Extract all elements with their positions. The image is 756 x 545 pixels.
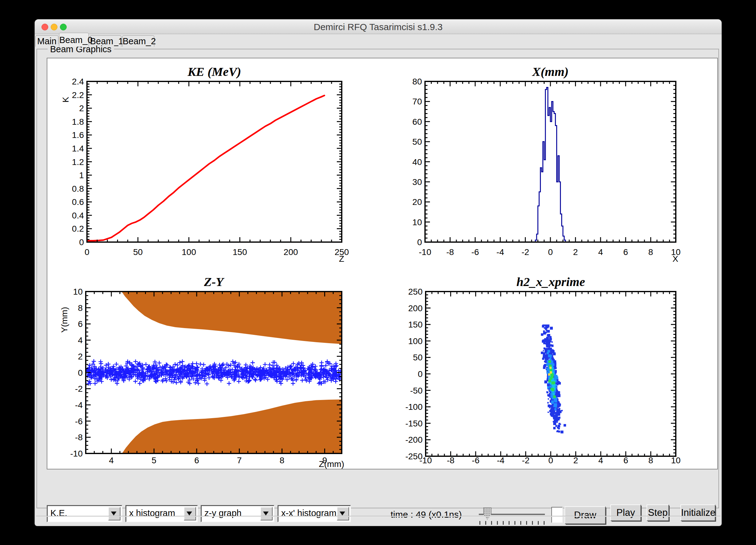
pad1-plot-select-value: K.E. — [50, 508, 67, 518]
plot-h2-x-xprime: -10-8-6-4-20246810-250-200-150-100-50050… — [382, 264, 717, 469]
plot-ke-mev: 05010015020025000.20.40.60.811.21.41.61.… — [47, 58, 382, 264]
svg-text:-8: -8 — [75, 432, 83, 442]
svg-text:0: 0 — [79, 238, 84, 247]
svg-text:0: 0 — [548, 247, 553, 257]
svg-text:4: 4 — [109, 456, 114, 465]
play-button[interactable]: Play — [610, 504, 641, 521]
window-bottom-divider — [36, 516, 720, 517]
svg-text:6: 6 — [623, 456, 628, 465]
root-canvas: 05010015020025000.20.40.60.811.21.41.61.… — [47, 58, 718, 469]
pad2-plot-select[interactable]: x histogram — [125, 505, 198, 522]
svg-text:-10: -10 — [70, 449, 83, 458]
svg-text:50: 50 — [413, 353, 423, 362]
pad2-plot-select-value: x histogram — [129, 508, 175, 518]
svg-text:8: 8 — [648, 456, 653, 465]
svg-text:-2: -2 — [522, 247, 529, 257]
svg-text:7: 7 — [237, 456, 242, 465]
svg-text:10: 10 — [671, 456, 680, 465]
svg-text:100: 100 — [408, 336, 423, 346]
plot-z-y: 456789-10-8-6-4-20246810Z-YZ(mm)Y(mm) — [47, 264, 382, 469]
svg-text:-2: -2 — [75, 384, 83, 393]
svg-text:-6: -6 — [75, 417, 83, 426]
svg-text:-50: -50 — [410, 386, 423, 395]
svg-text:-200: -200 — [405, 435, 423, 444]
svg-text:0: 0 — [417, 238, 422, 247]
svg-text:2: 2 — [573, 247, 578, 257]
time-label: time : 49 (x0.1ns) — [391, 509, 477, 520]
svg-text:2: 2 — [78, 352, 83, 361]
pad1-plot-select[interactable]: K.E. — [47, 505, 122, 522]
tab-beam-0[interactable]: Beam_0 — [59, 33, 89, 47]
svg-text:h2_x_xprime: h2_x_xprime — [516, 274, 585, 289]
window-title: Demirci RFQ Tasarimcisi s1.9.3 — [35, 22, 722, 32]
plot-x-histogram: -10-8-6-4-2024681001020304050607080X(mm)… — [382, 58, 717, 264]
svg-text:Y(mm): Y(mm) — [60, 307, 69, 333]
svg-text:200: 200 — [408, 303, 423, 313]
svg-text:0.4: 0.4 — [72, 211, 84, 220]
svg-text:-100: -100 — [405, 402, 423, 412]
chevron-down-icon[interactable] — [184, 507, 196, 520]
svg-text:-150: -150 — [405, 419, 423, 428]
svg-text:6: 6 — [194, 456, 199, 465]
time-slider-thumb[interactable] — [483, 507, 491, 520]
time-slider[interactable] — [479, 505, 545, 525]
time-slider-ticks — [479, 521, 545, 525]
svg-text:10: 10 — [412, 218, 422, 227]
svg-text:100: 100 — [182, 247, 196, 257]
draw-ogl-checkbox[interactable] — [551, 507, 563, 523]
svg-text:X: X — [672, 254, 678, 264]
svg-text:-250: -250 — [405, 452, 423, 461]
titlebar: Demirci RFQ Tasarimcisi s1.9.3 — [35, 19, 722, 34]
svg-text:KE (MeV): KE (MeV) — [187, 65, 241, 79]
svg-text:0: 0 — [418, 369, 423, 379]
svg-text:-4: -4 — [497, 456, 505, 465]
svg-text:150: 150 — [408, 320, 423, 329]
svg-text:Z(mm): Z(mm) — [319, 459, 344, 469]
svg-text:2: 2 — [573, 456, 578, 465]
beam-graphics-groupbox: Beam Graphics 05010015020025000.20.40.60… — [37, 49, 719, 508]
svg-text:1.8: 1.8 — [72, 117, 84, 127]
chevron-down-icon[interactable] — [108, 507, 120, 520]
svg-text:40: 40 — [412, 157, 422, 167]
svg-text:-10: -10 — [419, 247, 431, 257]
pad4-plot-select[interactable]: x-x' histogram — [278, 505, 351, 522]
svg-text:50: 50 — [412, 137, 422, 147]
svg-text:8: 8 — [78, 303, 83, 313]
svg-text:-4: -4 — [75, 400, 83, 410]
svg-text:-8: -8 — [446, 247, 454, 257]
svg-text:60: 60 — [412, 117, 422, 127]
svg-text:2.2: 2.2 — [72, 90, 84, 100]
svg-text:Z-Y: Z-Y — [204, 274, 225, 289]
svg-text:0: 0 — [78, 368, 83, 377]
svg-text:1: 1 — [79, 171, 84, 180]
draw-ogl-button[interactable]: Draw OGL — [565, 506, 606, 524]
svg-text:0.8: 0.8 — [72, 184, 84, 194]
svg-text:4: 4 — [598, 456, 603, 465]
svg-text:6: 6 — [78, 319, 83, 329]
app-window: Demirci RFQ Tasarimcisi s1.9.3 Main Beam… — [35, 19, 722, 526]
svg-text:150: 150 — [233, 247, 247, 257]
svg-text:5: 5 — [152, 456, 156, 465]
chevron-down-icon[interactable] — [260, 507, 273, 520]
svg-text:0: 0 — [85, 247, 89, 257]
svg-text:-4: -4 — [496, 247, 504, 257]
pad3-plot-select-value: z-y graph — [204, 508, 242, 518]
svg-text:-2: -2 — [522, 456, 530, 465]
step-button[interactable]: Step — [647, 504, 669, 521]
svg-text:K: K — [61, 97, 70, 103]
svg-text:X(mm): X(mm) — [532, 65, 569, 79]
chevron-down-icon[interactable] — [337, 507, 349, 520]
svg-text:0: 0 — [548, 456, 553, 465]
svg-text:6: 6 — [623, 247, 628, 257]
svg-text:250: 250 — [408, 287, 423, 296]
pad3-plot-select[interactable]: z-y graph — [201, 505, 274, 522]
initialize-button[interactable]: Initialize — [680, 504, 715, 521]
tab-beam-2[interactable]: Beam_2 — [122, 35, 154, 47]
svg-text:1.6: 1.6 — [72, 130, 84, 140]
svg-text:8: 8 — [648, 247, 653, 257]
screen: Demirci RFQ Tasarimcisi s1.9.3 Main Beam… — [0, 0, 756, 545]
svg-text:4: 4 — [78, 335, 83, 345]
svg-text:70: 70 — [412, 97, 422, 106]
svg-text:8: 8 — [280, 456, 285, 465]
svg-text:80: 80 — [412, 77, 422, 86]
